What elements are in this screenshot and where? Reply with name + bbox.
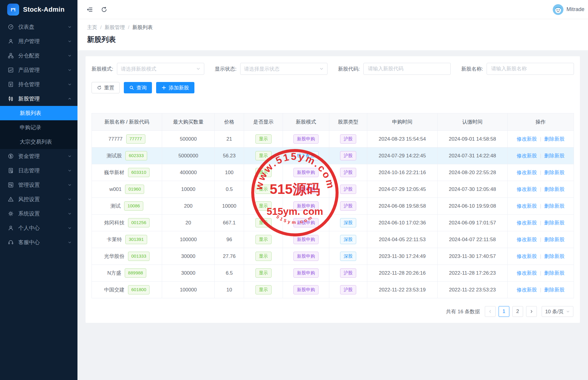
visible-badge: 显示 <box>255 218 272 227</box>
stock-name-group: 中国交建601800 <box>104 285 150 294</box>
page-button-1[interactable]: 1 <box>499 306 509 317</box>
delete-stock-link[interactable]: 删除新股 <box>544 220 565 226</box>
table-row: 中国交建60180010000010显示新股申购沪股2022-11-22 23:… <box>92 282 574 298</box>
sidebar-item-profile[interactable]: 个人中心 <box>0 221 77 235</box>
breadcrumb-item[interactable]: 主页 <box>87 24 97 31</box>
visible-cell: 显示 <box>244 181 283 198</box>
chevron-down-icon <box>68 226 71 230</box>
stock-type-cell: 沪股 <box>329 181 367 198</box>
stock-type-badge: 深股 <box>340 252 356 261</box>
edit-stock-link[interactable]: 修改新股 <box>517 287 537 293</box>
action-divider: | <box>540 253 541 259</box>
sidebar-item-holdings[interactable]: 持仓管理 <box>0 77 77 92</box>
content: 新股模式: 请选择新股模式 显示状态: 请选择显示状态 <box>77 50 588 380</box>
pay-time-cell: 2022-11-28 17:26:23 <box>438 265 508 282</box>
sidebar-menu: 仪表盘用户管理分仓配资产品管理持仓管理新股管理新股列表申购记录大宗交易列表资金管… <box>0 19 77 250</box>
search-button[interactable]: 查询 <box>124 82 152 93</box>
delete-stock-link[interactable]: 删除新股 <box>544 287 565 293</box>
mode-cell: 新股申购 <box>283 282 329 298</box>
sidebar-item-dashboard[interactable]: 仪表盘 <box>0 20 77 34</box>
table-row: w00101960100000.5显示新股申购沪股2024-07-29 12:0… <box>92 181 574 198</box>
edit-stock-link[interactable]: 修改新股 <box>517 186 537 192</box>
stock-code-badge: 601800 <box>128 285 150 294</box>
max-qty-cell: 5000000 <box>162 148 215 164</box>
delete-stock-link[interactable]: 删除新股 <box>544 270 565 276</box>
reset-button-label: 重置 <box>104 84 114 91</box>
page-size-select[interactable]: 10 条/页 <box>542 306 573 317</box>
delete-stock-link[interactable]: 删除新股 <box>544 203 565 209</box>
system-icon <box>8 211 14 217</box>
breadcrumb-item[interactable]: 新股管理 <box>105 24 125 31</box>
table-header-cell: 申购时间 <box>367 113 438 131</box>
delete-stock-link[interactable]: 删除新股 <box>544 253 565 259</box>
edit-stock-link[interactable]: 修改新股 <box>517 220 537 226</box>
sidebar-item-users[interactable]: 用户管理 <box>0 34 77 48</box>
apply-time-cell: 2024-07-29 14:22:45 <box>367 148 438 164</box>
delete-stock-link[interactable]: 删除新股 <box>544 170 565 175</box>
sidebar-item-label: 风控设置 <box>18 196 40 203</box>
stock-name-group: 炜冈科技001256 <box>104 218 150 227</box>
reset-button[interactable]: 重置 <box>92 82 120 93</box>
filter-group-code: 新股代码: <box>338 63 451 75</box>
filter-name-input[interactable] <box>490 66 570 72</box>
sidebar-item-allocation[interactable]: 分仓配资 <box>0 48 77 63</box>
add-stock-button[interactable]: 添加新股 <box>156 82 194 93</box>
edit-stock-link[interactable]: 修改新股 <box>517 270 537 276</box>
actions-cell: 修改新股|删除新股 <box>508 148 574 164</box>
stock-type-cell: 沪股 <box>329 164 367 181</box>
filter-code-input[interactable] <box>367 66 447 72</box>
sidebar-item-products[interactable]: 产品管理 <box>0 63 77 77</box>
max-qty-cell: 200 <box>162 198 215 215</box>
next-page-button[interactable] <box>526 306 537 317</box>
filter-status-select[interactable]: 请选择显示状态 <box>240 63 327 75</box>
actions-cell: 修改新股|删除新股 <box>508 215 574 231</box>
stock-code-badge: 001256 <box>128 218 150 227</box>
delete-stock-link[interactable]: 删除新股 <box>544 186 565 192</box>
sidebar-item-label: 管理设置 <box>18 181 40 189</box>
edit-stock-link[interactable]: 修改新股 <box>517 237 537 242</box>
collapse-sidebar-icon[interactable] <box>86 6 93 13</box>
filter-group-status: 显示状态: 请选择显示状态 <box>215 63 327 75</box>
sidebar-subitem-new-stock-list[interactable]: 新股列表 <box>0 106 77 120</box>
username[interactable]: Mitrade <box>566 6 586 13</box>
profile-icon <box>8 225 14 231</box>
delete-stock-link[interactable]: 删除新股 <box>544 136 565 142</box>
sidebar-item-funds[interactable]: 资金管理 <box>0 149 77 163</box>
delete-stock-link[interactable]: 删除新股 <box>544 153 565 159</box>
price-cell: 56.23 <box>215 148 244 164</box>
price-cell: 96 <box>215 231 244 248</box>
delete-stock-link[interactable]: 删除新股 <box>544 237 565 242</box>
stock-name-group: 巍华新材603310 <box>104 168 150 177</box>
chevron-down-icon <box>68 154 71 158</box>
sidebar-item-risk-settings[interactable]: 风控设置 <box>0 192 77 206</box>
table-header-cell: 价格 <box>215 113 244 131</box>
table-header-cell: 新股名称 / 新股代码 <box>92 113 162 131</box>
pay-time-cell: 2024-07-31 14:22:48 <box>438 148 508 164</box>
sidebar-item-new-stock[interactable]: 新股管理 <box>0 92 77 106</box>
price-cell: 10 <box>215 282 244 298</box>
main-area: Mitrade 主页/新股管理/新股列表 新股列表 新股模式: 请选择新股模式 <box>77 0 588 380</box>
sidebar-subitem-block-trade-list[interactable]: 大宗交易列表 <box>0 135 77 149</box>
page-button-2[interactable]: 2 <box>512 306 523 317</box>
edit-stock-link[interactable]: 修改新股 <box>517 203 537 209</box>
sidebar-subitem-subscription-records[interactable]: 申购记录 <box>0 120 77 135</box>
action-divider: | <box>540 270 541 276</box>
filter-mode-select[interactable]: 请选择新股模式 <box>117 63 204 75</box>
stock-code-badge: 10086 <box>124 201 143 211</box>
price-cell: 6.5 <box>215 265 244 282</box>
apply-time-cell: 2024-06-08 19:58:58 <box>367 198 438 215</box>
refresh-icon[interactable] <box>101 6 107 13</box>
stock-code-badge: 001333 <box>128 252 150 261</box>
sidebar-item-system-settings[interactable]: 系统设置 <box>0 206 77 221</box>
filter-mode-placeholder: 请选择新股模式 <box>121 66 196 72</box>
edit-stock-link[interactable]: 修改新股 <box>517 153 537 159</box>
user-menu[interactable]: Mitrade <box>553 4 586 15</box>
avatar[interactable] <box>553 4 563 15</box>
sidebar-item-support[interactable]: 客服中心 <box>0 235 77 250</box>
edit-stock-link[interactable]: 修改新股 <box>517 170 537 175</box>
sidebar-item-logs[interactable]: 日志管理 <box>0 163 77 178</box>
edit-stock-link[interactable]: 修改新股 <box>517 253 537 259</box>
prev-page-button[interactable] <box>485 306 496 317</box>
sidebar-item-admin-settings[interactable]: 管理设置 <box>0 178 77 192</box>
edit-stock-link[interactable]: 修改新股 <box>517 136 537 142</box>
